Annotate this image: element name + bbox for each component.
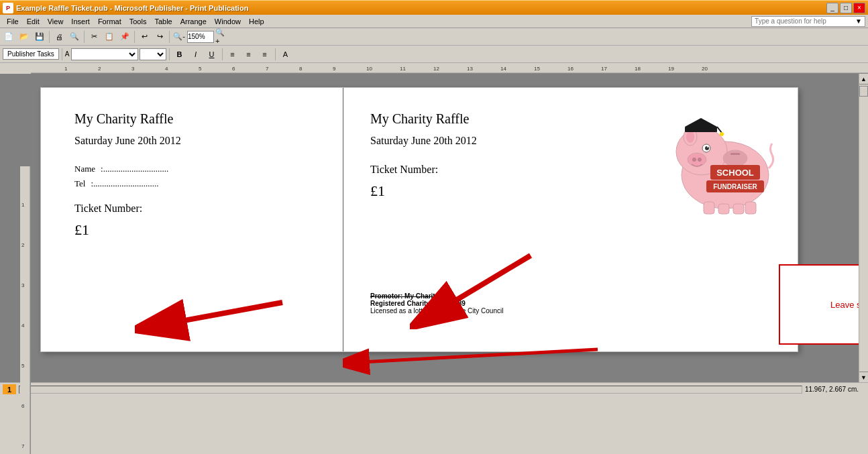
- svg-rect-48: [730, 153, 740, 155]
- print-preview-button[interactable]: 🔍: [67, 30, 82, 44]
- svg-text:7: 7: [266, 66, 269, 72]
- promoter-line2: Registered Charity 123456789: [370, 300, 503, 307]
- fmt-separator-1: [62, 48, 62, 60]
- vruler-ticks: 1 2 3 4 5 6 7: [20, 166, 31, 454]
- open-button[interactable]: 📂: [17, 30, 32, 44]
- main-canvas-area: 1 2 3 4 5 6 7 ↖ A 🖼 ╱ □ ○ → 🔍 ⊕ ↻ ✦ W: [0, 74, 868, 382]
- help-search-box[interactable]: ▼: [751, 16, 865, 27]
- svg-text:9: 9: [333, 66, 336, 72]
- undo-button[interactable]: ↩: [137, 30, 152, 44]
- svg-text:4: 4: [21, 323, 25, 329]
- svg-point-38: [698, 158, 702, 162]
- cut-button[interactable]: ✂: [87, 30, 101, 44]
- menu-edit[interactable]: Edit: [23, 16, 44, 27]
- svg-line-58: [349, 349, 598, 363]
- fmt-separator-4: [275, 48, 276, 60]
- promoter-line3: Licensed as a lottery by Cityville City …: [370, 307, 503, 315]
- svg-text:5: 5: [21, 363, 25, 369]
- menu-view[interactable]: View: [44, 16, 68, 27]
- minimize-button[interactable]: _: [826, 3, 838, 13]
- svg-text:15: 15: [534, 66, 540, 72]
- scroll-down-button[interactable]: ▼: [859, 372, 868, 382]
- align-right-button[interactable]: ≡: [258, 48, 272, 61]
- svg-text:1: 1: [21, 202, 25, 208]
- svg-text:8: 8: [299, 66, 303, 72]
- menu-bar: File Edit View Insert Format Tools Table…: [0, 15, 868, 28]
- svg-text:5: 5: [199, 66, 202, 72]
- pig-logo-area: SCHOOL FUNDRAISER: [658, 98, 792, 215]
- menu-help[interactable]: Help: [245, 16, 268, 27]
- pig-svg: SCHOOL FUNDRAISER: [658, 98, 792, 215]
- fmt-separator-2: [169, 48, 170, 60]
- help-search-input[interactable]: [755, 17, 855, 25]
- svg-text:10: 10: [366, 66, 372, 72]
- zoom-input[interactable]: [187, 31, 214, 43]
- font-name-select[interactable]: [71, 48, 138, 60]
- font-size-select[interactable]: [140, 48, 166, 60]
- scroll-up-button[interactable]: ▲: [859, 74, 868, 84]
- status-bar: 1 11.967, 2.667 cm.: [0, 382, 868, 396]
- svg-text:17: 17: [601, 66, 607, 72]
- font-color-button[interactable]: A: [278, 48, 293, 61]
- svg-rect-46: [745, 202, 756, 214]
- svg-text:13: 13: [467, 66, 473, 72]
- title-bar: P Example Raffle Ticket.pub - Microsoft …: [0, 0, 868, 15]
- zoom-in-button[interactable]: 🔍+: [215, 30, 229, 44]
- name-label: Name: [74, 164, 95, 174]
- promoter-line1: Promotor: My Charity: [370, 292, 503, 300]
- name-field-row: Name :..............................: [74, 164, 309, 174]
- menu-table[interactable]: Table: [150, 16, 176, 27]
- align-center-button[interactable]: ≡: [241, 48, 256, 61]
- svg-text:12: 12: [433, 66, 439, 72]
- menu-file[interactable]: File: [3, 16, 23, 27]
- help-arrow-icon[interactable]: ▼: [855, 17, 862, 25]
- horizontal-ruler: 1 2 3 4 5 6 7 8 9 10 11 12 13 14 15 16 1…: [31, 63, 868, 74]
- underline-button[interactable]: U: [205, 48, 219, 61]
- redo-button[interactable]: ↪: [152, 30, 167, 44]
- menu-window[interactable]: Window: [211, 16, 245, 27]
- vertical-scrollbar[interactable]: ▲ ▼: [859, 74, 868, 382]
- bold-button[interactable]: B: [172, 48, 187, 61]
- maximize-button[interactable]: □: [840, 3, 852, 13]
- svg-marker-40: [685, 118, 717, 127]
- svg-text:20: 20: [702, 66, 708, 72]
- scroll-thumb[interactable]: [859, 86, 868, 97]
- window-controls[interactable]: _ □ ×: [826, 3, 865, 13]
- save-button[interactable]: 💾: [32, 30, 47, 44]
- toolbar-separator-1: [49, 31, 50, 43]
- formatting-toolbar: Publisher Tasks A B I U ≡ ≡ ≡ A: [0, 46, 868, 63]
- page-number[interactable]: 1: [3, 384, 16, 394]
- toolbar-separator-4: [169, 31, 170, 43]
- promoter-info: Promotor: My Charity Registered Charity …: [370, 292, 503, 315]
- menu-tools[interactable]: Tools: [125, 16, 151, 27]
- svg-point-32: [686, 131, 694, 143]
- print-button[interactable]: 🖨: [52, 30, 66, 44]
- svg-text:1: 1: [64, 66, 68, 72]
- menu-format[interactable]: Format: [94, 16, 125, 27]
- left-ticket-stub: My Charity Raffle Saturday June 20th 201…: [41, 88, 342, 351]
- left-date: Saturday June 20th 2012: [74, 135, 309, 147]
- italic-button[interactable]: I: [188, 48, 203, 61]
- svg-rect-39: [685, 127, 717, 132]
- fmt-separator-3: [222, 48, 223, 60]
- svg-point-36: [688, 153, 706, 166]
- zoom-out-button[interactable]: 🔍-: [172, 30, 186, 44]
- callout-annotation-box: Leave space for the ticket number: [779, 264, 868, 345]
- svg-rect-45: [733, 204, 744, 214]
- close-button[interactable]: ×: [853, 3, 865, 13]
- svg-text:2: 2: [21, 242, 25, 248]
- copy-button[interactable]: 📋: [102, 30, 117, 44]
- ruler-ticks: 1 2 3 4 5 6 7 8 9 10 11 12 13 14 15 16 1…: [31, 63, 868, 74]
- publisher-tasks-button[interactable]: Publisher Tasks: [3, 48, 59, 60]
- svg-rect-44: [718, 204, 729, 214]
- menu-arrange[interactable]: Arrange: [176, 16, 211, 27]
- svg-text:16: 16: [567, 66, 574, 72]
- svg-text:3: 3: [131, 66, 135, 72]
- svg-text:2: 2: [98, 66, 101, 72]
- paste-button[interactable]: 📌: [117, 30, 132, 44]
- horizontal-scrollbar[interactable]: [19, 386, 802, 394]
- new-button[interactable]: 📄: [1, 30, 16, 44]
- align-left-button[interactable]: ≡: [225, 48, 240, 61]
- left-ticket-price: £1: [74, 221, 309, 239]
- menu-insert[interactable]: Insert: [67, 16, 94, 27]
